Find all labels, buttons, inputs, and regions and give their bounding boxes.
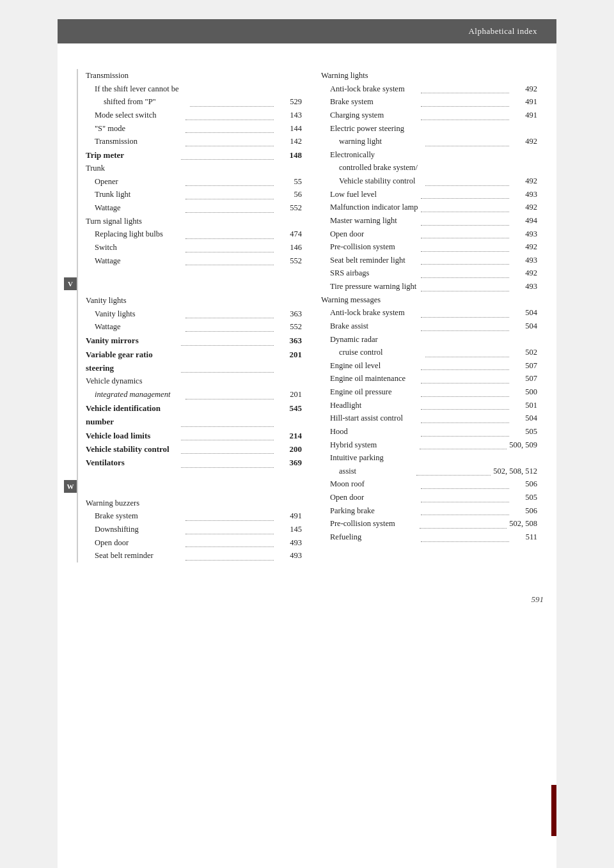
entry-dots — [181, 366, 274, 373]
entry-dots — [421, 284, 509, 291]
entry-dots — [185, 311, 274, 318]
index-entry: Hybrid system500, 509 — [321, 438, 537, 452]
entry-label: Pre-collision system — [330, 240, 418, 254]
index-entry: Electronically — [321, 148, 537, 162]
entry-label: Ventilators — [86, 456, 178, 469]
entry-page: 493 — [276, 536, 302, 550]
spacer — [86, 470, 302, 476]
entry-dots — [181, 433, 274, 440]
entry-label: Open door — [330, 228, 418, 241]
entry-page: 142 — [276, 135, 302, 148]
entry-page: 491 — [276, 509, 302, 523]
entry-label: If the shift lever cannot be — [95, 82, 302, 96]
entry-label: Brake system — [330, 95, 418, 109]
index-entry: Vehicle stability control492 — [321, 174, 537, 188]
section-letter-badge: W — [64, 480, 77, 493]
entry-label: Wattage — [95, 320, 183, 334]
index-entry: Replacing light bulbs474 — [86, 228, 302, 241]
entry-page: 502, 508 — [509, 517, 537, 531]
section-letter-badge: V — [64, 277, 77, 290]
entry-page: 493 — [512, 254, 537, 267]
entry-label: Electronically — [330, 148, 537, 162]
entry-page: 494 — [512, 214, 537, 228]
entry-page: 491 — [512, 109, 537, 122]
entry-label: Vehicle identification number — [86, 401, 178, 429]
entry-dots — [181, 461, 274, 468]
entry-label: Mode select switch — [95, 109, 183, 122]
entry-label: Master warning light — [330, 214, 418, 228]
entry-dots — [421, 534, 509, 541]
index-entry: Vehicle identification number545 — [86, 401, 302, 429]
entry-label: Turn signal lights — [86, 215, 302, 228]
entry-dots — [421, 376, 509, 384]
entry-dots — [185, 139, 274, 146]
entry-dots — [181, 447, 274, 454]
entry-dots — [185, 554, 274, 561]
entry-label: Opener — [95, 175, 183, 189]
index-entry: Wattage552 — [86, 254, 302, 268]
entry-page: 201 — [276, 388, 302, 401]
entry-label: Downshifting — [95, 523, 183, 536]
entry-label: Open door — [95, 536, 183, 550]
entry-page: 506 — [512, 477, 537, 491]
entry-label: Vanity lights — [86, 294, 302, 307]
entry-label: Malfunction indicator lamp — [330, 201, 418, 214]
entry-page: 492 — [512, 82, 537, 96]
entry-dots — [416, 469, 491, 476]
entry-dots — [425, 350, 509, 357]
entry-page: 511 — [512, 531, 537, 544]
entry-label: Trunk light — [95, 188, 183, 201]
index-entry: Headlight501 — [321, 399, 537, 412]
entry-page: 143 — [276, 109, 302, 122]
entry-label: Variable gear ratio steering — [86, 348, 178, 375]
index-entry: Warning messages — [321, 293, 537, 307]
entry-page: 493 — [512, 280, 537, 293]
index-entry: Warning lights — [321, 69, 537, 82]
index-entry: Tire pressure warning light493 — [321, 280, 537, 293]
entry-page: 504 — [512, 412, 537, 425]
entry-page: 474 — [276, 228, 302, 241]
index-entry: Wattage552 — [86, 320, 302, 334]
entry-page: 201 — [276, 348, 302, 375]
entry-dots — [421, 258, 509, 265]
entry-dots — [421, 311, 509, 318]
entry-dots — [185, 325, 274, 332]
entry-dots — [421, 429, 509, 436]
index-entry: assist502, 508, 512 — [321, 465, 537, 478]
entry-label: Pre-collision system — [330, 517, 417, 531]
content-area: TransmissionIf the shift lever cannot be… — [58, 63, 556, 588]
header-title: Alphabetical index — [468, 26, 537, 36]
entry-label: integrated management — [95, 388, 183, 401]
entry-page: 552 — [276, 201, 302, 215]
entry-dots — [421, 245, 509, 252]
entry-page: 214 — [276, 429, 302, 442]
entry-page: 529 — [276, 95, 302, 109]
entry-dots — [421, 403, 509, 410]
right-accent-bar — [551, 785, 556, 836]
entry-label: Warning lights — [321, 69, 537, 82]
entry-label: Hybrid system — [330, 438, 417, 452]
entry-label: Moon roof — [330, 477, 418, 491]
index-entry: Trunk — [86, 162, 302, 175]
entry-page: 500, 509 — [509, 438, 537, 452]
entry-label: Open door — [330, 491, 418, 504]
entry-page: 507 — [512, 359, 537, 373]
index-entry: Charging system491 — [321, 109, 537, 122]
entry-dots — [185, 192, 274, 199]
index-entry: Open door505 — [321, 491, 537, 504]
index-entry: Brake assist504 — [321, 320, 537, 333]
entry-dots — [420, 442, 507, 449]
entry-label: Brake assist — [330, 320, 418, 333]
index-entry: Vanity mirrors363 — [86, 334, 302, 347]
entry-label: Transmission — [95, 135, 183, 148]
index-entry: Transmission — [86, 69, 302, 82]
index-entry: Vehicle load limits214 — [86, 429, 302, 442]
entry-dots — [185, 540, 274, 547]
entry-dots — [185, 232, 274, 239]
entry-dots — [421, 100, 509, 107]
entry-label: Anti-lock brake system — [330, 82, 418, 96]
entry-label: Brake system — [95, 509, 183, 523]
entry-dots — [185, 245, 274, 252]
index-entry: Brake system491 — [86, 509, 302, 523]
entry-dots — [181, 153, 274, 160]
